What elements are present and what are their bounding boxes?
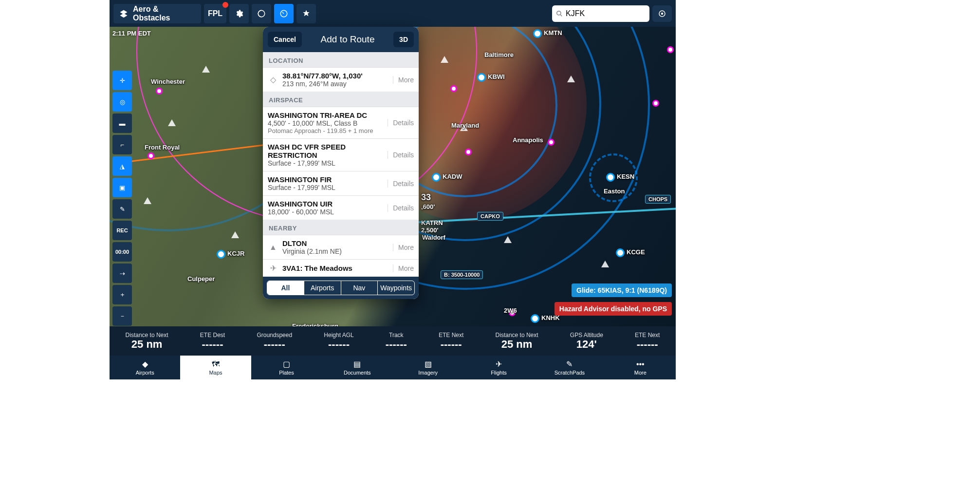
airport-label: KCJR — [217, 250, 244, 259]
more-icon: ••• — [636, 360, 645, 369]
fpl-button[interactable]: FPL — [204, 4, 226, 23]
location-dist: 213 nm, 246°M away — [282, 80, 389, 88]
route-icon: ⇢ — [120, 270, 125, 277]
obstacle-icon — [441, 56, 448, 63]
rings-icon: ◎ — [120, 98, 125, 106]
layers-button[interactable]: Aero & Obstacles — [113, 4, 201, 23]
filter-waypoints[interactable]: Waypoints — [378, 281, 414, 295]
airspace-row[interactable]: WASHINGTON UIR 18,000' - 60,000' MSL Det… — [263, 195, 419, 220]
documents-icon: ▤ — [353, 359, 361, 369]
instrument-cell[interactable]: ETE Dest------ — [200, 332, 225, 350]
instrument-cell[interactable]: Distance to Next25 nm — [126, 332, 168, 350]
profile-tool[interactable]: ⌐ — [112, 135, 132, 154]
record-button[interactable]: REC — [112, 221, 132, 240]
details-button[interactable]: Details — [388, 180, 414, 188]
favorite-button[interactable] — [296, 4, 316, 23]
city-label: Culpeper — [187, 275, 215, 283]
nearby-row[interactable]: ✈ 3VA1: The Meadows More — [263, 259, 419, 277]
airspace-alt: ,600' — [421, 203, 435, 210]
location-row[interactable]: ◇ 38.81°N/77.80°W, 1,030' 213 nm, 246°M … — [263, 67, 419, 92]
shield-tool[interactable]: ▣ — [112, 178, 132, 197]
airspace-alt: 33 — [421, 192, 431, 203]
gauge-icon — [279, 9, 288, 18]
navaid-icon — [156, 88, 163, 94]
settings-button[interactable] — [229, 4, 249, 23]
top-bar: Aero & Obstacles FPL ✕ — [110, 0, 676, 27]
search-input[interactable] — [566, 9, 663, 18]
pencil-tool[interactable]: ✎ — [112, 199, 132, 219]
nearby-row[interactable]: ▲ DLTON Virginia (2.1nm NE) More — [263, 235, 419, 259]
instrument-cell[interactable]: Track------ — [386, 332, 407, 350]
more-button[interactable]: More — [393, 244, 414, 251]
instrument-strip: Distance to Next25 nm ETE Dest------ Gro… — [110, 326, 676, 356]
instrument-cell[interactable]: Height AGL------ — [324, 332, 353, 350]
crosshair-icon — [658, 9, 666, 18]
filter-airports[interactable]: Airports — [304, 281, 341, 295]
details-button[interactable]: Details — [388, 151, 414, 159]
tab-scratchpads[interactable]: ✎ScratchPads — [534, 356, 605, 379]
fpl-label: FPL — [208, 9, 222, 18]
airspace-row[interactable]: WASHINGTON FIR Surface - 17,999' MSL Det… — [263, 171, 419, 195]
filter-nav[interactable]: Nav — [341, 281, 378, 295]
city-label: Maryland — [451, 122, 479, 129]
center-tool[interactable]: ✛ — [112, 71, 132, 90]
location-coords: 38.81°N/77.80°W, 1,030' — [282, 72, 389, 80]
tab-maps[interactable]: 🗺Maps — [180, 356, 251, 379]
airspace-alt: 4,500' - 10,000' MSL, Class B — [268, 119, 384, 127]
popover-title: Add to Route — [321, 34, 375, 45]
cancel-button[interactable]: Cancel — [268, 32, 302, 47]
plus-icon: ＋ — [119, 290, 126, 299]
obstacle-icon — [567, 75, 575, 82]
instrument-cell[interactable]: GPS Altitude124' — [570, 332, 603, 350]
tab-plates[interactable]: ▢Plates — [251, 356, 322, 379]
details-button[interactable]: Details — [388, 204, 414, 212]
details-button[interactable]: Details — [388, 119, 414, 127]
more-button[interactable]: More — [393, 264, 414, 272]
airport-label: KBWI — [477, 73, 505, 82]
airport-label: KMTN — [533, 29, 562, 38]
city-label: Winchester — [151, 78, 185, 85]
airspace-alt: Surface - 17,999' MSL — [268, 184, 384, 191]
airspace-row[interactable]: WASH DC VFR SPEED RESTRICTION Surface - … — [263, 138, 419, 171]
search-icon — [556, 10, 563, 17]
nearby-name: DLTON — [282, 239, 389, 247]
zoom-in-button[interactable]: ＋ — [112, 285, 132, 304]
pencil-icon: ✎ — [566, 359, 573, 369]
waypoint-label: KATRN — [421, 219, 443, 226]
route-tool[interactable]: ⇢ — [112, 264, 132, 283]
terrain-tool[interactable]: ◮ — [112, 156, 132, 176]
tab-flights[interactable]: ✈Flights — [463, 356, 534, 379]
hazard-pill: Hazard Advisor disabled, no GPS — [555, 302, 672, 316]
app-frame: Aero & Obstacles FPL ✕ 2:11 PM EDT — [110, 0, 676, 379]
shield-icon: ▣ — [119, 184, 125, 191]
instrument-cell[interactable]: Groundspeed------ — [257, 332, 292, 350]
gauge-button[interactable] — [274, 4, 294, 23]
filter-all[interactable]: All — [267, 281, 304, 295]
obstacle-icon — [601, 261, 609, 267]
airport-label: KCGE — [616, 248, 645, 257]
more-button[interactable]: More — [393, 76, 414, 84]
tab-imagery[interactable]: ▧Imagery — [393, 356, 463, 379]
tab-more[interactable]: •••More — [605, 356, 676, 379]
zoom-out-button[interactable]: － — [112, 306, 132, 326]
alert-badge-icon — [222, 2, 228, 8]
brightness-button[interactable] — [252, 4, 271, 23]
airspace-alt: 18,000' - 60,000' MSL — [268, 208, 384, 216]
instrument-cell[interactable]: ETE Next------ — [635, 332, 660, 350]
locate-button[interactable] — [652, 5, 672, 22]
tab-documents[interactable]: ▤Documents — [322, 356, 392, 379]
airspace-row[interactable]: WASHINGTON TRI-AREA DC 4,500' - 10,000' … — [263, 107, 419, 138]
glide-pill[interactable]: Glide: 65KIAS, 9:1 (N6189Q) — [572, 283, 672, 297]
instrument-cell[interactable]: ETE Next------ — [439, 332, 463, 350]
three-d-button[interactable]: 3D — [393, 32, 414, 47]
ruler-tool[interactable]: ▬ — [112, 113, 132, 133]
add-to-route-popover: Cancel Add to Route 3D LOCATION ◇ 38.81°… — [263, 27, 419, 299]
instrument-cell[interactable]: Distance to Next25 nm — [496, 332, 538, 350]
nearby-meta: Virginia (2.1nm NE) — [282, 247, 389, 255]
profile-icon: ⌐ — [120, 141, 124, 149]
airspace-alt: 2,500' — [421, 226, 439, 234]
svg-point-4 — [662, 13, 663, 14]
tab-airports[interactable]: ◆Airports — [110, 356, 180, 379]
rings-tool[interactable]: ◎ — [112, 92, 132, 112]
search-box[interactable]: ✕ — [552, 5, 649, 22]
